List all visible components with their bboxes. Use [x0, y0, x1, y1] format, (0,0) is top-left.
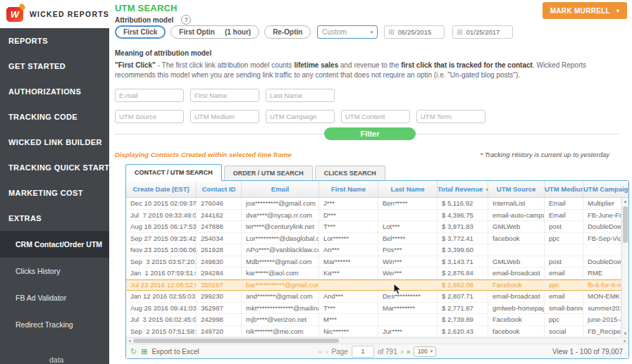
- column-header-create-date-est[interactable]: Create Date (EST): [126, 181, 197, 197]
- table-row[interactable]: Sep 3 2015 03:57:20:000PM249830Mdb******…: [126, 256, 621, 268]
- cell-utm-source: facebook: [488, 233, 545, 245]
- table-row[interactable]: Dec 10 2015 02:09:37:000PM276046joa*****…: [126, 198, 621, 210]
- sidebar-item-marketing-cost[interactable]: MARKETING COST: [0, 180, 109, 206]
- filter-button[interactable]: Filter: [324, 127, 416, 140]
- prev-page-icon[interactable]: ‹: [326, 348, 328, 356]
- cell-total-revenue: $ 2,771.87: [438, 303, 488, 315]
- horizontal-scrollbar-thumb[interactable]: [133, 339, 339, 343]
- attribution-pill-re-optin[interactable]: Re-Optin: [264, 25, 311, 39]
- date-from-input[interactable]: ⊞ 06/25/2015: [384, 25, 445, 39]
- attribution-window-select[interactable]: Custom ▾: [317, 25, 378, 39]
- cell-first-name: [319, 280, 378, 291]
- attribution-pill-first-click[interactable]: First Click: [115, 25, 166, 39]
- cell-contact-id: 294284: [197, 268, 242, 280]
- utm-term-input[interactable]: [416, 110, 485, 123]
- column-header-utm-campaign[interactable]: UTM Campaign: [583, 181, 628, 197]
- page: W WICKED REPORTS REPORTSGET STARTEDAUTHO…: [0, 0, 632, 364]
- text-fragment: lifetime sales: [294, 61, 338, 69]
- date-to-input[interactable]: ⊞ 01/25/2017: [452, 25, 513, 39]
- column-header-utm-source[interactable]: UTM Source: [488, 181, 545, 197]
- table-row[interactable]: Aug 18 2015 06:17:53:000PM247888ter****@…: [126, 221, 621, 233]
- view-range-label: View 1 - 100 of 79,007: [552, 348, 623, 356]
- sidebar-item-wicked-link-builder[interactable]: WICKED LINK BUILDER: [0, 130, 109, 155]
- last-page-icon[interactable]: »: [407, 348, 411, 356]
- horizontal-scrollbar[interactable]: ◂ ▸: [126, 337, 628, 344]
- tab-clicks-search[interactable]: CLICKS SEARCH: [315, 165, 385, 180]
- table-row[interactable]: Aug 26 2016 09:41:03:000AM362987mkt*****…: [126, 303, 621, 315]
- cell-first-name: T***: [319, 221, 378, 233]
- sidebar-item-reports[interactable]: REPORTS: [0, 28, 109, 54]
- tracking-history-note: * Tracking History is current up to yest…: [480, 151, 609, 158]
- export-to-excel-button[interactable]: Export to Excel: [151, 348, 199, 356]
- page-number-input[interactable]: [352, 346, 374, 358]
- column-header-contact-id[interactable]: Contact ID: [197, 181, 242, 197]
- cell-contact-id: 249720: [197, 326, 242, 338]
- sidebar-item-tracking-code[interactable]: TRACKING CODE: [0, 104, 109, 130]
- scroll-up-icon[interactable]: ▲: [622, 198, 628, 205]
- scroll-left-icon[interactable]: ◂: [126, 338, 133, 344]
- sidebar-item-tracking-quick-starts[interactable]: TRACKING QUICK STARTS: [0, 155, 109, 180]
- utm-content-input[interactable]: [341, 110, 410, 123]
- cell-utm-medium: [545, 244, 583, 256]
- column-header-utm-medium[interactable]: UTM Medium: [545, 181, 583, 197]
- column-header-last-name[interactable]: Last Name: [378, 181, 438, 197]
- cell-last-name: [378, 280, 438, 291]
- sidebar-item-redirect-tracking[interactable]: Redirect Tracking: [0, 311, 109, 338]
- attribution-pill-first-optin[interactable]: First Optin(1 hour): [171, 25, 259, 39]
- excel-icon[interactable]: ⊞: [141, 347, 147, 356]
- sidebar-item-get-started[interactable]: GET STARTED: [0, 54, 109, 79]
- column-header-total-revenue[interactable]: Total Revenue▼: [438, 181, 488, 197]
- cell-utm-medium: ppc: [545, 314, 583, 326]
- cell-utm-medium: post: [545, 221, 583, 233]
- column-header-email[interactable]: Email: [242, 181, 319, 197]
- column-header-first-name[interactable]: First Name: [319, 181, 378, 197]
- cell-email: and*******@gmail.com: [242, 291, 319, 303]
- cell-utm-medium: ppc: [545, 280, 583, 291]
- utm-campaign-input[interactable]: [266, 110, 335, 123]
- sidebar-item-fb-ad-validator[interactable]: FB Ad Validator: [0, 284, 109, 311]
- table-body: Dec 10 2015 02:09:37:000PM276046joa*****…: [126, 198, 621, 337]
- cell-utm-medium: post: [545, 256, 583, 268]
- help-icon[interactable]: ?: [181, 15, 191, 25]
- cell-first-name: J***: [319, 198, 378, 210]
- e-mail-input[interactable]: [115, 89, 184, 102]
- sidebar-item-clicks-history[interactable]: Clicks History: [0, 258, 109, 284]
- table-row[interactable]: Jul 3 2015 06:02:45:000PM242998mjb****@v…: [126, 314, 621, 326]
- vertical-scrollbar[interactable]: ▲ ▼: [621, 198, 628, 337]
- user-menu-button[interactable]: MARK MURRELL ▾: [543, 2, 627, 19]
- tab-order-utm-search[interactable]: ORDER / UTM SEARCH: [224, 165, 313, 180]
- table-row[interactable]: Sep 2 2015 07:51:58:000PM249720nik******…: [126, 326, 621, 338]
- table-row[interactable]: Jan 1 2016 07:59:51:000AM294284kar*****@…: [126, 268, 621, 280]
- refresh-icon[interactable]: ↻: [130, 347, 137, 356]
- table-row[interactable]: Jan 12 2016 02:55:03:000PM299230and*****…: [126, 291, 621, 303]
- tab-contact-utm-search[interactable]: CONTACT / UTM SEARCH: [125, 164, 222, 181]
- cell-first-name: Nic******: [319, 326, 378, 338]
- attribution-description: "First Click" - The first click link att…: [115, 61, 619, 80]
- sidebar-item-crm-contact-order-utm[interactable]: CRM Contact/Order UTM: [0, 231, 109, 258]
- first-name-input[interactable]: [190, 89, 259, 102]
- cell-utm-campaign: FB_Recipe_: [583, 326, 621, 338]
- sidebar-item-extras[interactable]: EXTRAS: [0, 206, 109, 231]
- cell-contact-id: 276046: [197, 198, 242, 210]
- table-row[interactable]: Jul 7 2015 09:33:49:000PM244162dva****@n…: [126, 210, 621, 222]
- cell-utm-medium: Email: [545, 210, 583, 222]
- table-row[interactable]: Jul 23 2016 12:08:52:000PM350267bar*****…: [126, 280, 621, 291]
- page-size-select[interactable]: 100 ▾: [414, 346, 437, 357]
- cell-first-name: Ka***: [319, 268, 378, 280]
- scroll-right-icon[interactable]: ▸: [621, 338, 628, 344]
- table-row[interactable]: Sep 27 2015 09:25:42:000PM254034Lor*****…: [126, 233, 621, 245]
- utm-source-input[interactable]: [115, 110, 184, 123]
- table-row[interactable]: Nov 23 2015 10:06:06:000AM261928APo****@…: [126, 244, 621, 256]
- next-page-icon[interactable]: ›: [401, 348, 403, 356]
- cell-utm-medium: ppc: [545, 233, 583, 245]
- vertical-scrollbar-thumb[interactable]: [623, 206, 628, 243]
- cell-utm-source: email-auto-campaign: [488, 210, 545, 222]
- sidebar-item-partial[interactable]: data: [0, 346, 109, 364]
- brand[interactable]: W WICKED REPORTS: [0, 0, 109, 28]
- scroll-down-icon[interactable]: ▼: [622, 330, 628, 337]
- sidebar-item-authorizations[interactable]: AUTHORIZATIONS: [0, 79, 109, 104]
- first-page-icon[interactable]: «: [318, 348, 323, 356]
- cell-total-revenue: $ 3,399.60: [438, 244, 488, 256]
- last-name-input[interactable]: [266, 89, 335, 102]
- utm-medium-input[interactable]: [190, 110, 259, 123]
